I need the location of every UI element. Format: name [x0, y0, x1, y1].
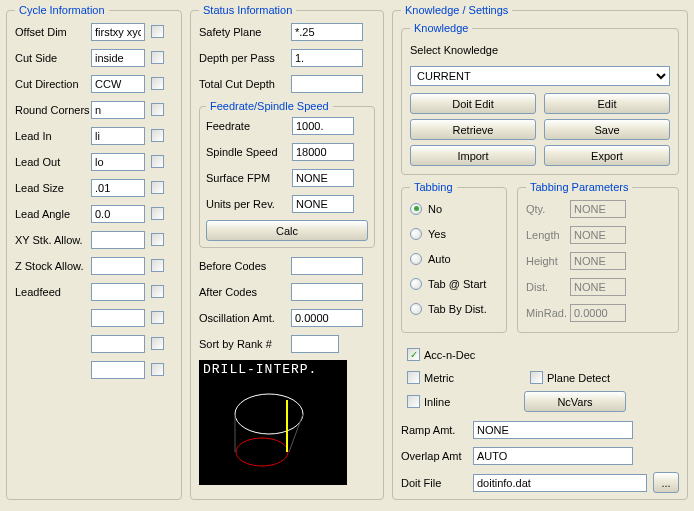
tabbing-start-radio[interactable] [410, 278, 422, 290]
xy-stk-allow-check[interactable] [151, 233, 164, 246]
tabbing-params-legend: Tabbing Parameters [526, 181, 632, 193]
import-button[interactable]: Import [410, 145, 536, 166]
safety-plane-input[interactable] [291, 23, 363, 41]
extra-check-3[interactable] [151, 363, 164, 376]
sort-by-rank-input[interactable] [291, 335, 339, 353]
tabbing-auto-radio[interactable] [410, 253, 422, 265]
calc-button[interactable]: Calc [206, 220, 368, 241]
retrieve-button[interactable]: Retrieve [410, 119, 536, 140]
tabbing-yes-radio[interactable] [410, 228, 422, 240]
status-information-group: Status Information Safety Plane Depth pe… [190, 4, 384, 500]
select-knowledge-dropdown[interactable]: CURRENT [410, 66, 670, 86]
oscillation-amt-label: Oscillation Amt. [199, 312, 291, 324]
xy-stk-allow-input[interactable] [91, 231, 145, 249]
doit-file-input[interactable] [473, 474, 647, 492]
tp-dist-label: Dist. [526, 281, 570, 293]
overlap-amt-input[interactable] [473, 447, 633, 465]
status-legend: Status Information [199, 4, 296, 16]
metric-check[interactable] [407, 371, 420, 384]
feedrate-input[interactable] [292, 117, 354, 135]
cut-direction-input[interactable] [91, 75, 145, 93]
svg-line-4 [289, 414, 303, 452]
save-button[interactable]: Save [544, 119, 670, 140]
lead-angle-check[interactable] [151, 207, 164, 220]
ncvars-button[interactable]: NcVars [524, 391, 626, 412]
metric-label: Metric [424, 372, 524, 384]
tabbing-start-label: Tab @ Start [428, 278, 486, 290]
extra-input-1[interactable] [91, 309, 145, 327]
tp-qty-input [570, 200, 626, 218]
lead-in-input[interactable] [91, 127, 145, 145]
knowledge-legend: Knowledge / Settings [401, 4, 512, 16]
cut-side-check[interactable] [151, 51, 164, 64]
depth-per-pass-input[interactable] [291, 49, 363, 67]
offset-dim-label: Offset Dim [15, 26, 91, 38]
inline-check[interactable] [407, 395, 420, 408]
lead-size-input[interactable] [91, 179, 145, 197]
safety-plane-label: Safety Plane [199, 26, 291, 38]
offset-dim-check[interactable] [151, 25, 164, 38]
xy-stk-allow-label: XY Stk. Allow. [15, 234, 91, 246]
lead-size-check[interactable] [151, 181, 164, 194]
lead-angle-input[interactable] [91, 205, 145, 223]
extra-input-2[interactable] [91, 335, 145, 353]
tabbing-dist-label: Tab By Dist. [428, 303, 487, 315]
tp-minrad-input [570, 304, 626, 322]
cut-direction-check[interactable] [151, 77, 164, 90]
spindle-speed-label: Spindle Speed [206, 146, 292, 158]
before-codes-label: Before Codes [199, 260, 291, 272]
surface-fpm-input[interactable] [292, 169, 354, 187]
lead-out-check[interactable] [151, 155, 164, 168]
cycle-information-group: Cycle Information Offset Dim Cut Side Cu… [6, 4, 182, 500]
preview-panel: DRILL-INTERP. [199, 360, 347, 485]
round-corners-check[interactable] [151, 103, 164, 116]
svg-point-0 [235, 394, 303, 434]
tp-qty-label: Qty. [526, 203, 570, 215]
export-button[interactable]: Export [544, 145, 670, 166]
acc-n-dec-check[interactable] [407, 348, 420, 361]
round-corners-input[interactable] [91, 101, 145, 119]
tp-minrad-label: MinRad. [526, 307, 570, 319]
cut-side-input[interactable] [91, 49, 145, 67]
doit-file-browse-button[interactable]: ... [653, 472, 679, 493]
tabbing-group: Tabbing No Yes Auto Tab @ Start Tab By D… [401, 181, 507, 333]
cut-direction-label: Cut Direction [15, 78, 91, 90]
tabbing-legend: Tabbing [410, 181, 457, 193]
z-stock-allow-input[interactable] [91, 257, 145, 275]
extra-input-3[interactable] [91, 361, 145, 379]
tp-height-label: Height [526, 255, 570, 267]
before-codes-input[interactable] [291, 257, 363, 275]
leadfeed-label: Leadfeed [15, 286, 91, 298]
after-codes-label: After Codes [199, 286, 291, 298]
spindle-speed-input[interactable] [292, 143, 354, 161]
inline-label: Inline [424, 396, 524, 408]
lead-in-check[interactable] [151, 129, 164, 142]
leadfeed-input[interactable] [91, 283, 145, 301]
edit-button[interactable]: Edit [544, 93, 670, 114]
offset-dim-input[interactable] [91, 23, 145, 41]
acc-n-dec-label: Acc-n-Dec [424, 349, 475, 361]
total-cut-depth-input[interactable] [291, 75, 363, 93]
units-per-rev-input[interactable] [292, 195, 354, 213]
tabbing-dist-radio[interactable] [410, 303, 422, 315]
lead-out-label: Lead Out [15, 156, 91, 168]
leadfeed-check[interactable] [151, 285, 164, 298]
lead-angle-label: Lead Angle [15, 208, 91, 220]
oscillation-amt-input[interactable] [291, 309, 363, 327]
tabbing-no-radio[interactable] [410, 203, 422, 215]
plane-detect-check[interactable] [530, 371, 543, 384]
extra-check-2[interactable] [151, 337, 164, 350]
extra-check-1[interactable] [151, 311, 164, 324]
lead-size-label: Lead Size [15, 182, 91, 194]
doit-edit-button[interactable]: Doit Edit [410, 93, 536, 114]
overlap-amt-label: Overlap Amt [401, 450, 473, 462]
tabbing-yes-label: Yes [428, 228, 446, 240]
after-codes-input[interactable] [291, 283, 363, 301]
round-corners-label: Round Corners [15, 104, 91, 116]
plane-detect-label: Plane Detect [547, 372, 610, 384]
ramp-amt-input[interactable] [473, 421, 633, 439]
tp-height-input [570, 252, 626, 270]
lead-out-input[interactable] [91, 153, 145, 171]
z-stock-allow-check[interactable] [151, 259, 164, 272]
lead-in-label: Lead In [15, 130, 91, 142]
